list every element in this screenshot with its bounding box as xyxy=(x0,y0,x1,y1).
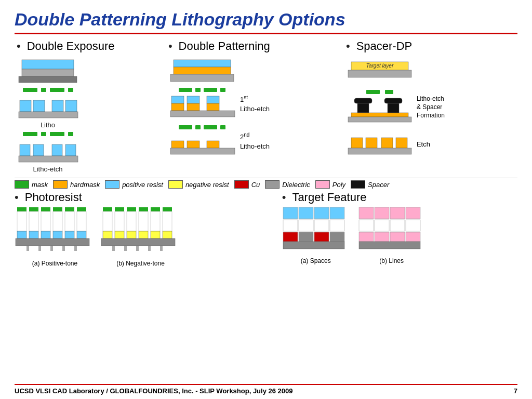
svg-rect-57 xyxy=(53,231,62,238)
legend-negative-resist-box xyxy=(168,180,183,189)
svg-rect-32 xyxy=(357,103,369,113)
target-a-label: (a) Spaces xyxy=(301,257,331,264)
svg-rect-76 xyxy=(151,211,160,231)
dp-1st-group: 1st Litho-etch xyxy=(168,86,270,122)
svg-rect-36 xyxy=(388,103,399,113)
svg-rect-77 xyxy=(163,211,172,231)
legend-spacer-box xyxy=(351,180,365,189)
svg-rect-69 xyxy=(139,207,148,211)
bottom-section: • Photoresist xyxy=(15,191,517,267)
second-superscript: nd xyxy=(244,132,249,138)
svg-rect-31 xyxy=(354,98,372,103)
slide-title: Double Patterning Lithography Options xyxy=(15,9,517,34)
svg-rect-81 xyxy=(139,231,148,238)
svg-rect-84 xyxy=(101,238,175,246)
svg-rect-35 xyxy=(384,98,402,103)
svg-rect-70 xyxy=(151,207,160,211)
svg-rect-42 xyxy=(17,207,26,211)
sdp-lithoetch-diag xyxy=(346,90,414,124)
svg-rect-112 xyxy=(375,232,389,242)
legend-cu-box xyxy=(234,180,249,189)
svg-rect-5 xyxy=(52,100,63,112)
svg-rect-61 xyxy=(26,246,29,251)
svg-rect-99 xyxy=(299,232,313,242)
de-litho-label: Litho xyxy=(41,121,55,129)
svg-rect-86 xyxy=(124,246,127,251)
svg-rect-87 xyxy=(136,246,139,251)
svg-rect-2 xyxy=(19,76,77,83)
svg-rect-91 xyxy=(299,207,313,219)
footer-page: 7 xyxy=(514,387,517,395)
svg-rect-37 xyxy=(351,138,363,148)
photoresist-b-svg xyxy=(100,206,181,258)
col-double-patterning: • Double Patterning xyxy=(166,39,340,175)
svg-rect-47 xyxy=(77,207,86,211)
svg-rect-34 xyxy=(348,117,411,122)
svg-rect-15 xyxy=(174,67,231,74)
svg-rect-51 xyxy=(53,211,62,231)
sdp-etch-svg xyxy=(346,130,414,157)
de-stack1-svg xyxy=(17,58,79,85)
svg-rect-74 xyxy=(127,211,136,231)
svg-rect-115 xyxy=(359,242,420,249)
svg-rect-12 xyxy=(65,144,76,156)
svg-rect-108 xyxy=(375,220,389,231)
svg-rect-71 xyxy=(163,207,172,211)
svg-rect-19 xyxy=(187,96,200,103)
target-a: (a) Spaces xyxy=(282,206,350,264)
col-double-exposure: • Double Exposure xyxy=(15,39,162,175)
target-a-svg xyxy=(282,206,350,256)
dp-1st-svg xyxy=(168,93,236,120)
svg-rect-114 xyxy=(406,232,420,242)
svg-rect-97 xyxy=(330,220,344,231)
svg-rect-110 xyxy=(406,220,420,231)
svg-rect-21 xyxy=(207,96,219,103)
sdp-etch-diag xyxy=(346,130,414,157)
photoresist-b: (b) Negative-tone xyxy=(100,206,181,267)
svg-rect-79 xyxy=(115,231,124,238)
svg-rect-85 xyxy=(112,246,115,251)
svg-rect-48 xyxy=(17,211,26,231)
svg-rect-39 xyxy=(381,138,393,148)
svg-rect-65 xyxy=(74,246,77,251)
svg-rect-50 xyxy=(41,211,50,231)
legend-hardmask-box xyxy=(53,180,68,189)
svg-rect-41 xyxy=(348,148,411,154)
col1-header: • Double Exposure xyxy=(17,39,114,53)
slide: Double Patterning Lithography Options • … xyxy=(0,0,532,399)
svg-rect-107 xyxy=(359,220,374,231)
svg-rect-49 xyxy=(29,211,38,231)
footer: UCSD VLSI CAD Laboratory / GLOBALFOUNDRI… xyxy=(15,384,517,395)
sdp-target-svg: Target layer xyxy=(346,58,414,85)
legend-poly: Poly xyxy=(315,180,345,189)
sdp-etch-group: Etch xyxy=(346,129,430,159)
legend-dielectric-box xyxy=(265,180,280,189)
de-lithoetch-label: Litho-etch xyxy=(33,165,62,173)
legend-dielectric: Dielectric xyxy=(265,180,310,189)
svg-rect-23 xyxy=(170,111,235,117)
svg-rect-113 xyxy=(390,232,405,242)
dp-2nd-diag xyxy=(168,125,236,157)
svg-rect-96 xyxy=(314,220,329,231)
svg-rect-16 xyxy=(170,74,234,82)
legend-spacer: Spacer xyxy=(351,180,389,189)
sdp-lithoetch-group: Litho-etch& SpacerFormation xyxy=(346,88,445,126)
svg-rect-24 xyxy=(171,141,184,148)
svg-rect-80 xyxy=(127,231,136,238)
svg-rect-6 xyxy=(65,100,77,112)
svg-rect-25 xyxy=(187,141,200,148)
legend-negative-resist: negative resist xyxy=(168,180,229,189)
photoresist-b-label: (b) Negative-tone xyxy=(116,260,165,267)
de-litho-svg xyxy=(17,93,79,120)
svg-rect-73 xyxy=(115,211,124,231)
svg-rect-109 xyxy=(390,220,405,231)
svg-rect-53 xyxy=(77,211,86,231)
dp-2nd-group: 2nd Litho-etch xyxy=(168,124,270,159)
svg-rect-9 xyxy=(20,144,30,156)
footer-text: UCSD VLSI CAD Laboratory / GLOBALFOUNDRI… xyxy=(15,387,293,395)
photoresist-a-label: (a) Positive-tone xyxy=(32,260,77,267)
svg-rect-72 xyxy=(103,211,112,231)
legend-hardmask: hardmask xyxy=(53,180,100,189)
svg-rect-33 xyxy=(351,113,408,117)
svg-rect-46 xyxy=(65,207,74,211)
